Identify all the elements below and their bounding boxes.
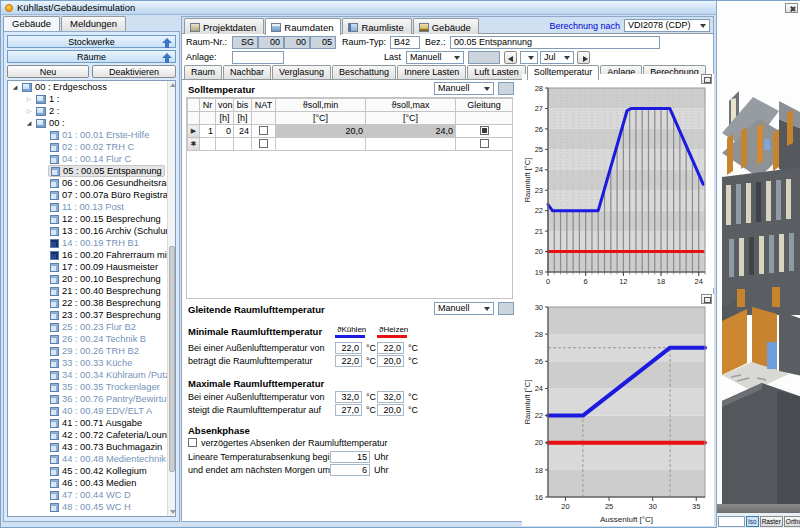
solltemperatur-mode-combo[interactable]: Manuell — [434, 82, 494, 95]
main-tab-gebaeude[interactable]: Gebäude — [413, 18, 479, 34]
table-checkbox[interactable] — [259, 139, 268, 148]
raeume-button[interactable]: Räume — [7, 50, 176, 63]
scroll-down-icon[interactable] — [170, 510, 176, 514]
table-cell — [188, 112, 200, 125]
tree-item[interactable]: 26 : 00.24 Technik B — [8, 333, 175, 345]
last-mode-combo[interactable]: Manuell — [406, 51, 464, 64]
view-mode-raster-button[interactable]: Raster — [760, 516, 783, 527]
tree-item[interactable]: 34 : 00.34 Kühlraum /Putzmittellage — [8, 369, 175, 381]
tree-item[interactable]: ◢00 : Erdgeschoss — [8, 81, 175, 93]
collapsed-arrow-icon[interactable]: ▷ — [24, 105, 34, 117]
tree-item[interactable]: 05 : 00.05 Entspannung — [8, 165, 175, 177]
main-tab-raumliste[interactable]: Raumliste — [342, 18, 411, 34]
tab-gebaeude[interactable]: Gebäude — [3, 16, 60, 31]
min-row1-heizen-field[interactable]: 22,0 — [377, 342, 404, 354]
month-combo[interactable]: Jul — [540, 51, 574, 64]
tree-item[interactable]: 44 : 00.48 Medientechnik A1 — [8, 453, 175, 465]
main-tab-projektdaten[interactable]: Projektdaten — [184, 18, 264, 34]
tree-item[interactable]: 46 : 00.43 Medien — [8, 477, 175, 489]
viewport-3d-input[interactable] — [718, 516, 745, 527]
tree-item[interactable]: 35 : 00.35 Trockenlager — [8, 381, 175, 393]
max-row2-kuehlen-field[interactable]: 27,0 — [335, 404, 362, 416]
min-row2-kuehlen-field[interactable]: 22,0 — [335, 355, 362, 367]
tree-scrollbar-thumb[interactable] — [169, 246, 175, 472]
raum-typ-field[interactable]: B42 — [390, 36, 420, 49]
tab-meldungen[interactable]: Meldungen — [61, 16, 126, 31]
tree-item[interactable]: 20 : 00.10 Besprechung — [8, 273, 175, 285]
min-row2-heizen-field[interactable]: 20,0 — [377, 355, 404, 367]
tree-item[interactable]: 43 : 00.73 Buchmagazin — [8, 441, 175, 453]
tree-item[interactable]: ▷2 : — [8, 105, 175, 117]
tree-item[interactable]: 23 : 00.37 Besprechung — [8, 309, 175, 321]
deaktivieren-button[interactable]: Deaktivieren — [92, 65, 176, 78]
next-month-button[interactable] — [577, 51, 590, 64]
table-checkbox[interactable] — [259, 126, 268, 135]
tree-item[interactable]: 25 : 00.23 Flur B2 — [8, 321, 175, 333]
collapsed-arrow-icon[interactable]: ▷ — [24, 93, 34, 105]
max-row1-kuehlen-field[interactable]: 32,0 — [335, 391, 362, 403]
table-row[interactable]: ▶102420,024,0 — [188, 125, 513, 138]
berechnung-combo[interactable]: VDI2078 (CDP) — [624, 19, 710, 32]
sub-tab-beschattung[interactable]: Beschattung — [332, 65, 396, 79]
view-mode-iso-button[interactable]: Iso — [746, 516, 759, 527]
verzoegert-checkbox[interactable] — [188, 438, 197, 447]
sub-tab-verglasung[interactable]: Verglasung — [272, 65, 331, 79]
table-checkbox[interactable] — [480, 139, 489, 148]
tree-scrollbar[interactable] — [167, 81, 175, 516]
max-row2-heizen-field[interactable]: 20,0 — [377, 404, 404, 416]
tree-item[interactable]: 01 : 00.01 Erste-Hilfe — [8, 129, 175, 141]
min-row1-kuehlen-field[interactable]: 22,0 — [335, 342, 362, 354]
scroll-up-icon[interactable] — [170, 83, 176, 87]
tree-item[interactable]: ▷1 : — [8, 93, 175, 105]
expanded-arrow-icon[interactable]: ◢ — [10, 81, 20, 93]
absenk-row2-label: und endet am nächsten Morgen um — [188, 464, 330, 476]
building-3d-view[interactable] — [717, 1, 800, 504]
tree-item[interactable]: ◢00 : — [8, 117, 175, 129]
tree-item[interactable]: 13 : 00.16 Archiv (Schulung) — [8, 225, 175, 237]
absenk-row1-field[interactable]: 15 — [330, 451, 370, 463]
main-tabs: ProjektdatenRaumdatenRaumlisteGebäude — [184, 18, 480, 35]
tree-item[interactable]: 36 : 00.76 Pantry/Bewirtung — [8, 393, 175, 405]
stockwerke-button[interactable]: Stockwerke — [7, 35, 176, 48]
sub-tab-solltemperatur[interactable]: Solltemperatur — [527, 65, 600, 80]
table-checkbox[interactable] — [480, 126, 489, 135]
tree-item[interactable]: 17 : 00.09 Hausmeister — [8, 261, 175, 273]
tree-item[interactable]: 16 : 00.20 Fahrerraum mit AP — [8, 249, 175, 261]
expanded-arrow-icon[interactable]: ◢ — [24, 117, 34, 129]
tree-item[interactable]: 41 : 00.71 Ausgabe — [8, 417, 175, 429]
tree-item[interactable]: 42 : 00.72 Cafeteria/Lounge — [8, 429, 175, 441]
absenk-row2-field[interactable]: 6 — [330, 464, 370, 476]
sub-tab-nachbar[interactable]: Nachbar — [223, 65, 271, 79]
tree-item[interactable]: 04 : 00.14 Flur C — [8, 153, 175, 165]
anlage-field[interactable] — [232, 51, 284, 64]
tree-item[interactable]: 06 : 00.06 Gesundheitsraum — [8, 177, 175, 189]
neu-button[interactable]: Neu — [7, 65, 89, 78]
tree-item[interactable]: 45 : 00.42 Kollegium — [8, 465, 175, 477]
tree-item[interactable]: 11 : 00.13 Post — [8, 201, 175, 213]
gleitende-mode-combo[interactable]: Manuell — [434, 302, 494, 315]
tree-item[interactable]: 02 : 00.02 TRH C — [8, 141, 175, 153]
solltemperatur-table[interactable]: NrvonbisNATϑsoll,minϑsoll,maxGleitung[h]… — [187, 98, 513, 151]
tree-item[interactable]: 14 : 00.19 TRH B1 — [8, 237, 175, 249]
tree-item[interactable]: 40 : 00.49 EDV/ELT A — [8, 405, 175, 417]
close-icon[interactable] — [785, 3, 798, 13]
tree-item[interactable]: 12 : 00.15 Besprechung — [8, 213, 175, 225]
day-combo[interactable] — [520, 51, 538, 64]
sub-tab-raum[interactable]: Raum — [184, 65, 222, 79]
tree-item[interactable]: 48 : 00.45 WC H — [8, 501, 175, 513]
tree-item[interactable]: 22 : 00.38 Besprechung — [8, 297, 175, 309]
unit-label: °C — [408, 355, 418, 367]
table-new-row[interactable]: ✱ — [188, 138, 513, 151]
sub-tab-innere-lasten[interactable]: Innere Lasten — [397, 65, 466, 79]
tree-item[interactable]: 07 : 00.07a Büro Registratur — [8, 189, 175, 201]
main-tab-raumdaten[interactable]: Raumdaten — [265, 18, 341, 35]
sub-tab-luft-lasten[interactable]: Luft Lasten — [467, 65, 526, 79]
prev-month-button[interactable] — [504, 51, 517, 64]
tree-item[interactable]: 21 : 00.40 Besprechung — [8, 285, 175, 297]
view-mode-ortho-button[interactable]: Ortho — [784, 516, 800, 527]
tree-item[interactable]: 33 : 00.33 Küche — [8, 357, 175, 369]
max-row1-heizen-field[interactable]: 32,0 — [377, 391, 404, 403]
tree-item[interactable]: 47 : 00.44 WC D — [8, 489, 175, 501]
tree-item[interactable]: 29 : 00.26 TRH B2 — [8, 345, 175, 357]
bez-field[interactable]: 00.05 Entspannung — [450, 36, 660, 49]
